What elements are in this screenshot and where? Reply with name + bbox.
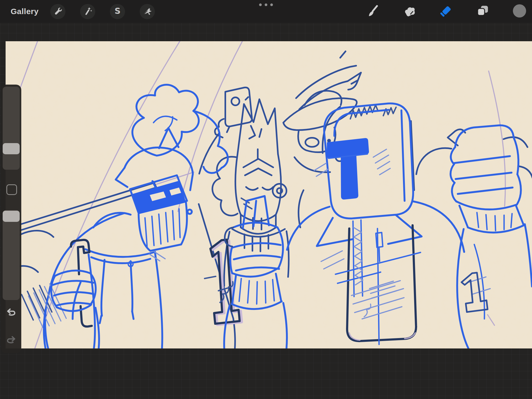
paint-tool-button[interactable] (365, 4, 380, 19)
undo-arrow-icon (5, 307, 17, 319)
undo-button[interactable] (5, 307, 17, 319)
gallery-button[interactable]: Gallery (11, 7, 39, 16)
canvas-options-handle[interactable] (259, 3, 273, 6)
actions-button[interactable] (50, 4, 65, 19)
toolbar-right-group (365, 0, 527, 23)
modify-button[interactable] (6, 184, 17, 195)
brush-size-slider[interactable] (3, 87, 20, 170)
opacity-handle[interactable] (3, 211, 20, 222)
adjustments-button[interactable] (80, 4, 95, 19)
wrench-icon (53, 6, 63, 16)
ellipsis-icon (259, 3, 262, 6)
layers-icon (476, 4, 489, 19)
artwork-sketch (6, 41, 532, 348)
layers-button[interactable] (476, 4, 490, 19)
selection-button[interactable]: S (110, 4, 125, 19)
opacity-slider[interactable] (3, 210, 20, 300)
brush-sidebar (1, 85, 21, 353)
paintbrush-icon (366, 5, 379, 18)
erase-tool-button[interactable] (439, 4, 453, 19)
color-button[interactable] (512, 4, 527, 19)
brush-size-handle[interactable] (3, 143, 20, 154)
eraser-icon (439, 4, 453, 19)
top-toolbar: Gallery S (0, 0, 532, 23)
arrow-cursor-icon (143, 6, 152, 16)
canvas-paper[interactable] (6, 41, 532, 348)
selection-s-icon: S (113, 6, 123, 17)
redo-button[interactable] (5, 335, 17, 347)
svg-text:S: S (115, 6, 120, 16)
smudge-tool-button[interactable] (402, 4, 417, 19)
smudge-finger-icon (403, 5, 416, 18)
magic-wand-icon (83, 6, 92, 16)
redo-arrow-icon (5, 334, 17, 347)
color-swatch-icon (513, 4, 526, 19)
toolbar-left-group: Gallery S (0, 0, 169, 23)
transform-button[interactable] (140, 4, 155, 19)
